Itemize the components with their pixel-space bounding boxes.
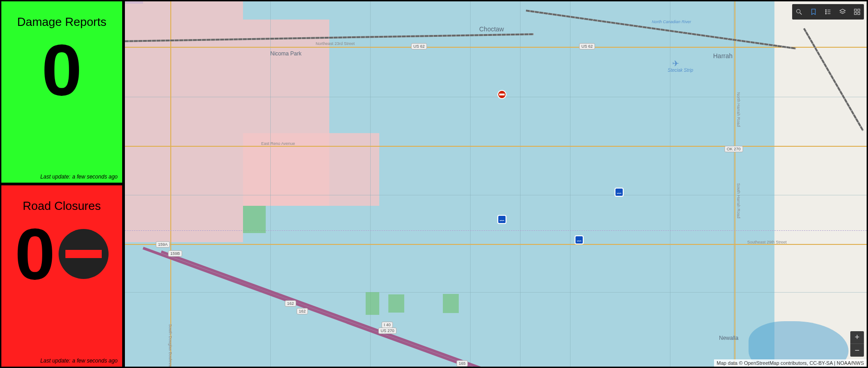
- damage-footer-time: a few seconds ago: [72, 174, 118, 180]
- grid-line: [125, 195, 867, 195]
- svg-point-2: [825, 10, 826, 10]
- svg-rect-11: [858, 12, 860, 15]
- place-nicoma-park: Nicoma Park: [270, 50, 302, 57]
- damage-reports-footer: Last update: a few seconds ago: [40, 174, 118, 180]
- street-ne23rd: Northeast 23rd Street: [316, 41, 355, 46]
- svg-rect-10: [854, 12, 857, 15]
- marker-flood-3[interactable]: [615, 188, 624, 197]
- svg-point-0: [797, 10, 800, 13]
- sidebar: Damage Reports 0 Last update: a few seco…: [0, 0, 124, 368]
- zoom-control: + −: [850, 331, 864, 357]
- river-label: North Canadian River: [652, 20, 691, 24]
- shield-us62-w: US 62: [411, 43, 427, 50]
- street-n-harrah: North Harrah Road: [736, 92, 741, 127]
- map-attribution: Map data © OpenStreetMap contributors, C…: [714, 359, 867, 367]
- no-entry-icon: [59, 229, 109, 279]
- svg-rect-9: [858, 9, 860, 11]
- zoom-in-button[interactable]: +: [850, 331, 864, 344]
- grid-line: [125, 97, 867, 97]
- map[interactable]: Choctaw Nicoma Park Harrah Newalla North…: [124, 0, 868, 368]
- road-closures-title: Road Closures: [23, 199, 101, 213]
- damage-reports-panel: Damage Reports 0 Last update: a few seco…: [0, 0, 124, 184]
- airport-icon: ✈: [672, 59, 679, 69]
- basemap-icon[interactable]: [853, 8, 861, 16]
- grid-line: [570, 1, 570, 367]
- road-closures-footer: Last update: a few seconds ago: [40, 358, 118, 364]
- shield-ok270: OK 270: [724, 146, 743, 152]
- damage-reports-title: Damage Reports: [17, 15, 107, 29]
- marker-flood-2[interactable]: [575, 235, 584, 244]
- marker-road-closure[interactable]: [497, 90, 506, 99]
- svg-rect-8: [854, 9, 857, 11]
- road-harrah: [734, 1, 735, 368]
- place-newalla: Newalla: [719, 335, 739, 341]
- grid-line: [125, 292, 867, 293]
- park-area: [366, 292, 379, 315]
- search-icon[interactable]: [795, 8, 803, 16]
- map-toolbar: [792, 4, 864, 20]
- street-s-douglas: South Douglas Boulevard: [168, 324, 173, 368]
- zoom-out-button[interactable]: −: [850, 344, 864, 357]
- road-closures-value-row: 0: [15, 218, 109, 290]
- shield-exit-165: 165: [456, 360, 468, 367]
- road-us62: [125, 47, 867, 48]
- road-reno-ave: [125, 146, 867, 147]
- damage-footer-prefix: Last update:: [40, 174, 70, 180]
- grid-line: [520, 1, 521, 367]
- grid-line: [470, 1, 471, 367]
- airport-label: Steciak Strip: [668, 68, 693, 73]
- legend-icon[interactable]: [824, 8, 832, 16]
- overlay-zone: [125, 1, 243, 242]
- shield-us270: US 270: [378, 328, 397, 334]
- damage-reports-value: 0: [42, 34, 82, 106]
- road-closures-panel: Road Closures 0 Last update: a few secon…: [0, 184, 124, 368]
- road-douglas: [170, 1, 171, 367]
- layers-icon[interactable]: [838, 8, 847, 16]
- street-s-harrah: South Harrah Road: [736, 183, 741, 219]
- bookmark-icon[interactable]: [809, 8, 818, 16]
- shield-us62-e: US 62: [579, 43, 595, 50]
- park-area: [243, 206, 266, 233]
- shield-i40: I 40: [382, 322, 393, 328]
- closures-footer-prefix: Last update:: [40, 358, 70, 364]
- svg-point-4: [825, 11, 826, 12]
- street-e-reno: East Reno Avenue: [261, 141, 295, 146]
- marker-flood-1[interactable]: [497, 215, 506, 224]
- shield-exit-162b: 162: [285, 300, 296, 307]
- place-harrah: Harrah: [713, 52, 733, 60]
- park-area: [388, 294, 404, 313]
- shield-exit-159a: 159A: [156, 241, 170, 248]
- street-se29th: Southeast 29th Street: [747, 240, 787, 244]
- boundary-line: [125, 230, 867, 231]
- svg-line-1: [800, 13, 802, 15]
- grid-line: [670, 1, 670, 367]
- closures-footer-time: a few seconds ago: [72, 358, 118, 364]
- grid-line: [734, 1, 734, 367]
- place-choctaw: Choctaw: [479, 25, 504, 33]
- shield-exit-162a: 162: [297, 308, 308, 314]
- shield-exit-159b: 159B: [168, 250, 182, 257]
- app-root: Damage Reports 0 Last update: a few seco…: [0, 0, 868, 368]
- park-area: [443, 294, 459, 313]
- svg-point-6: [825, 13, 826, 14]
- road-closures-value: 0: [15, 218, 55, 290]
